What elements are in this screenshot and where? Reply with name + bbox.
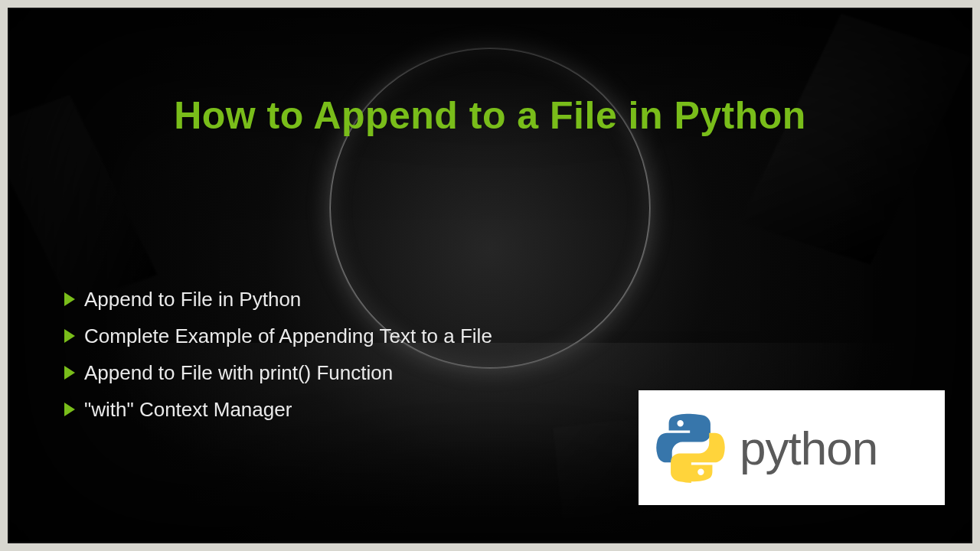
bullet-triangle-icon — [64, 292, 75, 306]
bullet-list: Append to File in Python Complete Exampl… — [64, 281, 492, 428]
list-item: Append to File with print() Function — [64, 354, 492, 391]
python-logo-text: python — [740, 421, 877, 475]
bullet-text: Append to File with print() Function — [84, 354, 393, 391]
bullet-text: Append to File in Python — [84, 281, 301, 318]
bullet-triangle-icon — [64, 329, 75, 343]
background-shard — [740, 14, 972, 265]
python-logo-icon — [655, 412, 726, 483]
bullet-triangle-icon — [64, 403, 75, 416]
slide-frame: How to Append to a File in Python Append… — [8, 8, 972, 543]
bullet-text: Complete Example of Appending Text to a … — [84, 318, 492, 354]
list-item: Append to File in Python — [64, 281, 492, 318]
python-logo-box: python — [639, 390, 945, 505]
list-item: "with" Context Manager — [64, 391, 492, 428]
slide-title: How to Append to a File in Python — [9, 93, 971, 138]
list-item: Complete Example of Appending Text to a … — [64, 318, 492, 354]
bullet-triangle-icon — [64, 366, 75, 380]
bullet-text: "with" Context Manager — [84, 391, 292, 428]
